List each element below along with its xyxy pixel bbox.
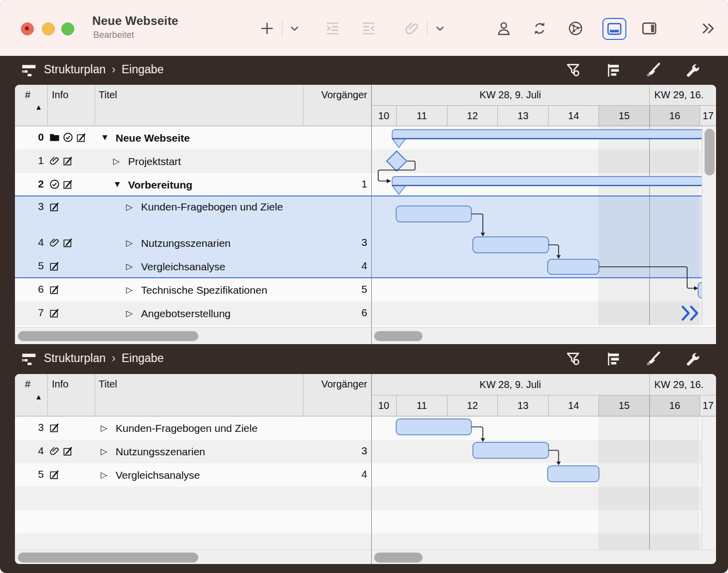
outline-button[interactable]	[604, 349, 624, 369]
sync-button[interactable]	[528, 17, 551, 40]
day-header[interactable]: 11	[396, 106, 447, 126]
network-button[interactable]	[564, 17, 587, 40]
week-header[interactable]: KW 28, 9. Juli	[371, 85, 649, 106]
close-button[interactable]	[21, 22, 34, 35]
day-header[interactable]: 15	[598, 106, 649, 126]
horizontal-scrollbar[interactable]	[374, 331, 423, 341]
outdent-button[interactable]	[357, 17, 380, 40]
dependency-link[interactable]	[471, 214, 483, 232]
right-panel-toggle[interactable]	[638, 17, 661, 40]
row-number: 3	[15, 421, 44, 433]
filter-button[interactable]	[564, 60, 583, 80]
breadcrumb-current[interactable]: Eingabe	[122, 63, 163, 76]
row-number: 0	[15, 131, 44, 143]
disclosure-triangle[interactable]: ▷	[101, 446, 107, 457]
table-gantt-divider[interactable]	[371, 374, 372, 564]
add-task-button[interactable]	[256, 17, 279, 40]
bottom-panel-toggle[interactable]	[602, 18, 626, 40]
week-header[interactable]: KW 29, 16.	[649, 85, 716, 106]
breadcrumb: Strukturplan › Eingabe	[44, 62, 163, 76]
sort-ascending-icon[interactable]: ▲	[35, 392, 42, 401]
filtered-outline-pane: 3 ▷ Kunden-Fragebogen und Ziele 4 ▷ Nutz…	[15, 374, 716, 564]
milestone-diamond[interactable]	[387, 151, 407, 171]
more-right-icon[interactable]	[683, 307, 697, 320]
filter-button[interactable]	[564, 349, 583, 369]
day-header[interactable]: 16	[649, 395, 700, 416]
format-button[interactable]	[643, 60, 663, 80]
attach-options-button[interactable]	[429, 17, 451, 40]
column-number[interactable]: #	[25, 89, 30, 101]
task-bar-clipped[interactable]	[698, 282, 702, 298]
dependency-link[interactable]	[471, 427, 483, 438]
breadcrumb-root[interactable]: Strukturplan	[44, 63, 106, 76]
settings-button[interactable]	[683, 349, 703, 369]
note-icon	[62, 155, 74, 167]
disclosure-triangle[interactable]: ▼	[113, 180, 122, 190]
column-info[interactable]: Info	[52, 379, 68, 390]
column-title[interactable]: Titel	[99, 379, 117, 390]
table-gantt-divider[interactable]	[371, 85, 372, 344]
dependency-link[interactable]	[549, 245, 559, 255]
disclosure-triangle[interactable]: ▷	[126, 238, 133, 248]
horizontal-scrollbar[interactable]	[18, 331, 198, 341]
task-bar[interactable]	[473, 237, 549, 253]
outline-button[interactable]	[604, 60, 624, 80]
task-title: Nutzungsszenarien	[116, 444, 205, 459]
breadcrumb-current[interactable]: Eingabe	[122, 352, 163, 365]
vertical-scrollbar[interactable]	[705, 129, 715, 176]
day-header[interactable]: 10	[371, 106, 396, 126]
zoom-button[interactable]	[61, 22, 74, 35]
more-toolbar-button[interactable]	[697, 17, 720, 40]
disclosure-triangle[interactable]: ▷	[113, 156, 120, 167]
disclosure-triangle[interactable]: ▷	[126, 202, 133, 212]
horizontal-scrollbar[interactable]	[18, 553, 198, 563]
day-header[interactable]: 17	[700, 106, 716, 126]
task-bar[interactable]	[396, 206, 471, 222]
format-button[interactable]	[643, 349, 663, 369]
day-header[interactable]: 17	[700, 395, 716, 416]
column-predecessor[interactable]: Vorgänger	[303, 379, 367, 390]
day-header[interactable]: 12	[447, 106, 497, 126]
disclosure-triangle[interactable]: ▷	[101, 423, 107, 433]
disclosure-triangle[interactable]: ▷	[101, 470, 107, 480]
resources-button[interactable]	[492, 17, 515, 40]
person-icon	[495, 20, 512, 37]
task-bar[interactable]	[548, 259, 599, 274]
week-header[interactable]: KW 29, 16.	[649, 374, 716, 395]
day-header[interactable]: 12	[447, 395, 497, 416]
column-number[interactable]: #	[25, 379, 30, 390]
outline-list-icon	[605, 62, 622, 79]
dependency-link[interactable]	[549, 450, 559, 461]
day-header[interactable]: 15	[598, 395, 649, 416]
attach-button[interactable]	[401, 17, 424, 40]
dependency-link[interactable]	[599, 267, 694, 288]
day-header[interactable]: 14	[548, 106, 598, 126]
strukturplan-icon	[21, 62, 37, 80]
day-header[interactable]: 13	[497, 395, 548, 416]
add-options-button[interactable]	[283, 17, 306, 40]
day-header[interactable]: 11	[396, 395, 447, 416]
task-bar[interactable]	[548, 466, 599, 482]
task-bar[interactable]	[473, 442, 549, 458]
info-icons	[49, 260, 60, 272]
day-header[interactable]: 13	[497, 106, 548, 126]
column-info[interactable]: Info	[52, 89, 68, 101]
week-header[interactable]: KW 28, 9. Juli	[371, 374, 649, 395]
disclosure-triangle[interactable]: ▼	[101, 133, 109, 143]
horizontal-scrollbar[interactable]	[374, 553, 423, 563]
indent-button[interactable]	[321, 17, 344, 40]
toolbar-divider	[282, 20, 283, 37]
minimize-button[interactable]	[42, 22, 55, 35]
settings-button[interactable]	[683, 60, 703, 80]
column-predecessor[interactable]: Vorgänger	[303, 89, 367, 101]
sort-ascending-icon[interactable]: ▲	[35, 103, 42, 111]
disclosure-triangle[interactable]: ▷	[126, 261, 133, 272]
day-header[interactable]: 14	[548, 395, 598, 416]
breadcrumb-root[interactable]: Strukturplan	[44, 352, 106, 365]
day-header[interactable]: 16	[649, 106, 700, 126]
task-bar[interactable]	[396, 419, 471, 435]
day-header[interactable]: 10	[371, 395, 396, 416]
disclosure-triangle[interactable]: ▷	[126, 308, 133, 319]
disclosure-triangle[interactable]: ▷	[126, 285, 133, 295]
column-title[interactable]: Titel	[99, 89, 117, 101]
